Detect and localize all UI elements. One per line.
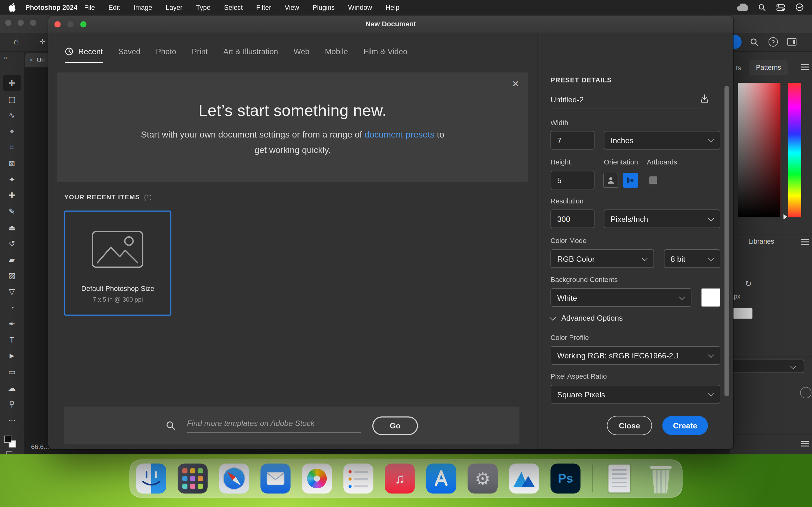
menu-item-type[interactable]: Type (196, 3, 211, 11)
frame-tool[interactable]: ⊠ (3, 155, 21, 171)
eyedropper-tool[interactable]: ✦ (3, 171, 21, 187)
menu-item-help[interactable]: Help (386, 3, 400, 11)
panel-bottom-menu-icon[interactable] (801, 441, 809, 447)
window-minimize-button[interactable] (18, 20, 24, 26)
hue-slider-marker[interactable] (783, 214, 787, 219)
menu-item-view[interactable]: View (285, 3, 299, 11)
dialog-zoom-button[interactable] (80, 21, 87, 27)
color-profile-dropdown[interactable]: Working RGB: sRGB IEC61966-2.1 (551, 346, 721, 365)
gradient-tool[interactable]: ▨ (3, 268, 21, 284)
path-selection-tool[interactable]: ► (3, 348, 21, 364)
orientation-landscape-button[interactable] (623, 173, 638, 187)
stock-search-input[interactable]: Find more templates on Adobe Stock (187, 418, 361, 433)
width-input[interactable]: 7 (551, 131, 595, 150)
tab-saved[interactable]: Saved (118, 40, 140, 63)
menu-item-select[interactable]: Select (224, 3, 243, 11)
home-icon[interactable]: ⌂ (13, 37, 19, 47)
zoom-level-status[interactable]: 66.6... (31, 443, 49, 451)
patterns-tab[interactable]: Patterns (749, 60, 788, 75)
dock-app-store-icon[interactable] (426, 464, 456, 494)
eraser-tool[interactable]: ▰ (3, 251, 21, 268)
history-brush-tool[interactable]: ↺ (3, 235, 21, 251)
color-mode-dropdown[interactable]: RGB Color (551, 249, 654, 268)
create-button[interactable]: Create (662, 416, 708, 435)
menu-item-file[interactable]: File (84, 3, 95, 11)
panels-toggle-icon[interactable] (787, 38, 797, 46)
spotlight-icon[interactable] (758, 3, 766, 11)
window-zoom-button[interactable] (30, 20, 37, 26)
close-button[interactable]: Close (607, 416, 652, 435)
hand-tool[interactable]: ☁ (3, 380, 21, 396)
dock-system-settings-icon[interactable] (467, 464, 498, 494)
dock-safari-icon[interactable] (219, 464, 249, 494)
advanced-options-toggle[interactable]: Advanced Options (551, 314, 623, 322)
panel-menu-icon[interactable] (801, 64, 809, 70)
height-input[interactable]: 5 (551, 171, 595, 189)
menu-item-filter[interactable]: Filter (256, 3, 271, 11)
control-center-icon[interactable] (776, 3, 785, 11)
marquee-tool[interactable]: ▢ (3, 91, 21, 107)
background-contents-dropdown[interactable]: White (551, 288, 692, 307)
document-tab[interactable]: × Un (26, 53, 49, 67)
menu-item-edit[interactable]: Edit (108, 3, 120, 11)
width-unit-dropdown[interactable]: Inches (604, 131, 720, 150)
hue-slider[interactable] (788, 83, 801, 217)
reset-icon[interactable]: ↺ (745, 279, 752, 289)
edit-toolbar[interactable]: ⋯ (3, 412, 21, 428)
dock-trash-icon[interactable] (646, 464, 676, 494)
foreground-color-swatch[interactable] (4, 436, 11, 443)
hero-close-icon[interactable]: × (512, 78, 519, 90)
tab-web[interactable]: Web (294, 40, 310, 63)
object-selection-tool[interactable]: ⌖ (3, 123, 21, 139)
tab-film-video[interactable]: Film & Video (363, 40, 407, 63)
dock-finder-icon[interactable] (136, 464, 166, 494)
menu-item-layer[interactable]: Layer (165, 3, 183, 11)
tab-print[interactable]: Print (192, 40, 208, 63)
dock-music-icon[interactable] (385, 464, 415, 494)
recent-item-card[interactable]: Default Photoshop Size 7 x 5 in @ 300 pp… (64, 210, 171, 315)
pixel-aspect-ratio-dropdown[interactable]: Square Pixels (551, 385, 721, 404)
dock-photos-icon[interactable] (302, 464, 332, 494)
apple-menu-icon[interactable] (8, 3, 16, 12)
brush-tool[interactable]: ✎ (3, 204, 21, 220)
resolution-input[interactable]: 300 (551, 210, 595, 228)
zoom-tool[interactable]: ⚲ (3, 396, 21, 412)
color-field[interactable] (738, 83, 780, 217)
dock-documents-icon[interactable] (604, 464, 635, 494)
resolution-unit-dropdown[interactable]: Pixels/Inch (604, 210, 720, 228)
background-color-swatch[interactable] (701, 288, 720, 307)
document-name-field[interactable]: Untitled-2 (551, 95, 703, 109)
lasso-tool[interactable]: ∿ (3, 107, 21, 123)
libraries-menu-icon[interactable] (801, 239, 809, 245)
help-icon[interactable]: ? (768, 38, 778, 47)
tab-recent[interactable]: Recent (65, 40, 103, 63)
libraries-tab[interactable]: Libraries (748, 237, 774, 245)
bit-depth-dropdown[interactable]: 8 bit (664, 249, 720, 268)
blur-tool[interactable]: ▽ (3, 284, 21, 300)
menu-item-image[interactable]: Image (134, 3, 152, 11)
pen-tool[interactable]: ✒ (3, 316, 21, 332)
tab-mobile[interactable]: Mobile (325, 40, 348, 63)
gradients-tab-partial[interactable]: ts (736, 64, 741, 72)
window-close-button[interactable] (5, 20, 11, 26)
menu-app-name[interactable]: Photoshop 2024 (26, 3, 78, 11)
dodge-tool[interactable]: ◔ (3, 299, 21, 316)
crop-tool[interactable]: ⌗ (3, 139, 21, 155)
dock-reminders-icon[interactable] (343, 464, 373, 494)
siri-icon[interactable] (796, 3, 804, 11)
creative-cloud-icon[interactable] (737, 3, 748, 11)
move-tool[interactable]: ✛ (3, 75, 21, 91)
dialog-close-button[interactable] (54, 21, 61, 27)
stock-go-button[interactable]: Go (372, 416, 418, 435)
toolbar-collapse[interactable]: » (3, 54, 7, 61)
dock-mail-icon[interactable] (260, 464, 291, 494)
search-icon[interactable] (750, 38, 759, 47)
clone-stamp-tool[interactable]: ⏏ (3, 219, 21, 235)
type-tool[interactable]: T (3, 332, 21, 348)
artboards-checkbox[interactable] (649, 176, 657, 184)
partial-control[interactable] (800, 387, 811, 398)
partial-dropdown[interactable] (724, 360, 804, 373)
menu-item-window[interactable]: Window (348, 3, 372, 11)
dialog-scrollbar[interactable] (724, 86, 729, 396)
save-preset-icon[interactable] (700, 94, 710, 104)
